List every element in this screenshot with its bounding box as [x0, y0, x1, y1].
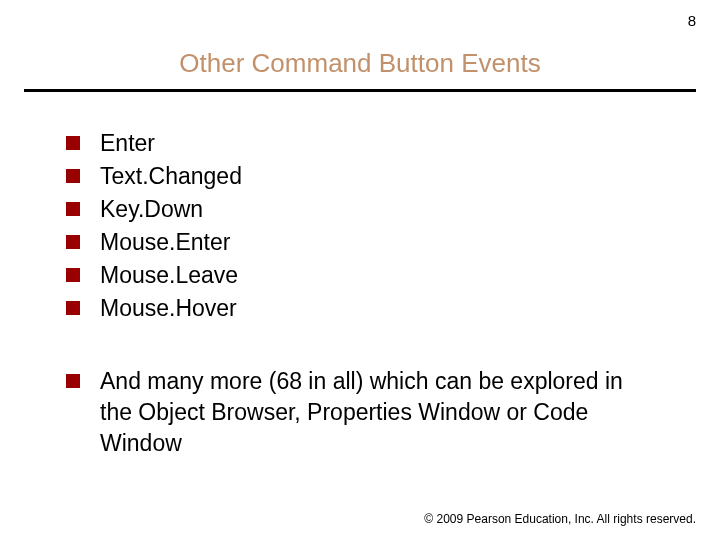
bullet-list-1: Enter Text.Changed Key.Down Mouse.Enter …	[66, 128, 660, 324]
slide-content: Enter Text.Changed Key.Down Mouse.Enter …	[0, 128, 720, 459]
page-number: 8	[688, 12, 696, 29]
list-item: Mouse.Hover	[66, 293, 660, 324]
list-item: Text.Changed	[66, 161, 660, 192]
copyright-footer: © 2009 Pearson Education, Inc. All right…	[424, 512, 696, 526]
title-divider	[24, 89, 696, 92]
list-item: And many more (68 in all) which can be e…	[66, 366, 660, 459]
list-item: Key.Down	[66, 194, 660, 225]
list-item: Mouse.Leave	[66, 260, 660, 291]
list-item: Enter	[66, 128, 660, 159]
bullet-list-2: And many more (68 in all) which can be e…	[66, 366, 660, 459]
slide-title: Other Command Button Events	[0, 0, 720, 89]
list-item: Mouse.Enter	[66, 227, 660, 258]
